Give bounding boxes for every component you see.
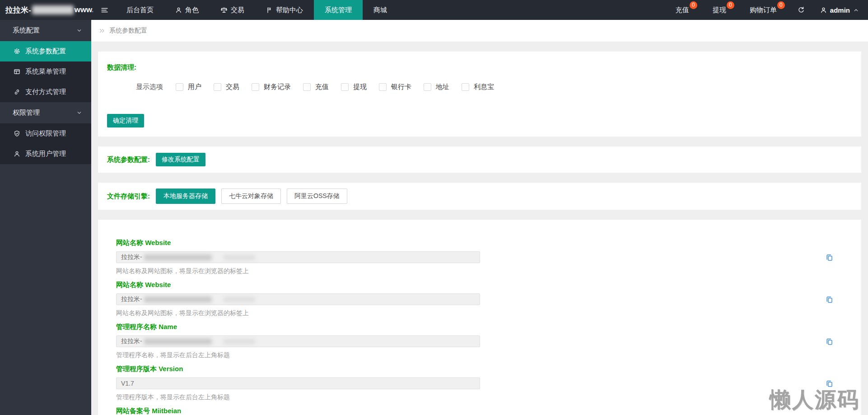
cards-container: 数据清理: 显示选项 用户 交易 (91, 52, 868, 415)
nav-item-label: 商城 (373, 6, 387, 14)
cleanup-option[interactable]: 利息宝 (462, 83, 494, 91)
sidebar: 系统配置 系统参数配置 系统菜单管理 (0, 20, 91, 415)
sidebar-group: 系统配置 系统参数配置 系统菜单管理 (0, 20, 91, 102)
sidebar-item-icon (14, 151, 20, 157)
nav-item[interactable]: 角色 (164, 0, 210, 20)
double-chevron-right-icon (99, 28, 105, 34)
text-input[interactable]: 拉拉米- (116, 335, 480, 347)
shortcut-label: 充值 (676, 6, 689, 14)
cleanup-option[interactable]: 银行卡 (379, 83, 411, 91)
redacted-text (144, 297, 212, 302)
redacted-text (144, 255, 212, 260)
sidebar-item-label: 系统参数配置 (25, 47, 66, 56)
copy-icon[interactable] (826, 380, 833, 387)
checkbox[interactable] (424, 83, 431, 91)
sidebar-item-label: 系统菜单管理 (25, 67, 66, 76)
sidebar-item[interactable]: 支付方式管理 (0, 82, 91, 102)
checkbox-label: 财务记录 (264, 83, 291, 91)
sidebar-item[interactable]: 访问权限管理 (0, 123, 91, 144)
nav-item[interactable]: 帮助中心 (255, 0, 314, 20)
data-clean-card: 数据清理: 显示选项 用户 交易 (98, 52, 861, 137)
sidebar-item-icon (14, 48, 20, 55)
field-label: 管理程序名称 Name (116, 323, 833, 331)
storage-card: 文件存储引擎: 本地服务器存储 七牛云对象存储 阿里云OSS存储 (98, 183, 861, 210)
logo-text-suffix: www... (75, 5, 93, 14)
cleanup-option[interactable]: 提现 (341, 83, 367, 91)
options-label: 显示选项 (136, 83, 163, 91)
field-label: 网站名称 Website (116, 239, 833, 247)
shortcut-item[interactable]: 充值 0 (664, 0, 701, 20)
copy-icon[interactable] (826, 338, 833, 345)
field-row: 拉拉米- (116, 335, 833, 347)
copy-icon[interactable] (826, 296, 833, 303)
confirm-clean-button[interactable]: 确定清理 (107, 114, 144, 127)
user-menu[interactable]: admin (814, 0, 868, 20)
nav-item-label: 帮助中心 (276, 6, 303, 14)
sys-param-card: 系统参数配置: 修改系统配置 (98, 146, 861, 173)
checkbox-label: 利息宝 (474, 83, 494, 91)
text-input[interactable]: V1.7 (116, 377, 480, 389)
form-field: 管理程序版本 Version V1.7 管理程序版本，将显示在后台左上角标题 (116, 365, 833, 401)
sidebar-group-label: 权限管理 (13, 108, 40, 117)
input-value: 拉拉米- (121, 253, 142, 261)
cleanup-option[interactable]: 充值 (303, 83, 329, 91)
text-input[interactable]: 拉拉米- (116, 251, 480, 263)
chevron-up-icon (853, 7, 859, 13)
redacted-text (224, 297, 255, 302)
cleanup-options-row: 显示选项 用户 交易 财务记录 (136, 83, 852, 91)
input-value: 拉拉米- (121, 295, 142, 303)
sidebar-item[interactable]: 系统菜单管理 (0, 61, 91, 82)
checkbox[interactable] (176, 83, 183, 91)
cleanup-option[interactable]: 地址 (424, 83, 449, 91)
nav-item[interactable]: 商城 (363, 0, 398, 20)
nav-item[interactable]: 系统管理 (314, 0, 363, 20)
storage-title: 文件存储引擎: (107, 192, 150, 201)
checkbox-label: 银行卡 (391, 83, 411, 91)
checkbox[interactable] (462, 83, 469, 91)
form-field: 管理程序名称 Name 拉拉米- 管理程序名称，将显示在后台左上角标题 (116, 323, 833, 359)
checkbox[interactable] (379, 83, 387, 91)
cleanup-option[interactable]: 交易 (214, 83, 239, 91)
topbar: 拉拉米- www... 后台首页 角色 交易 (0, 0, 868, 20)
field-row: V1.7 (116, 377, 833, 389)
storage-option-button[interactable]: 阿里云OSS存储 (287, 189, 347, 204)
nav-item[interactable]: 后台首页 (116, 0, 164, 20)
logo-text-prefix: 拉拉米- (5, 5, 31, 15)
checkbox[interactable] (252, 83, 259, 91)
checkbox[interactable] (303, 83, 311, 91)
checkbox[interactable] (214, 83, 221, 91)
nav-item-label: 交易 (231, 6, 244, 14)
nav-item-label: 角色 (185, 6, 199, 14)
input-value: V1.7 (121, 380, 134, 387)
sidebar-item[interactable]: 系统用户管理 (0, 144, 91, 164)
field-label: 管理程序版本 Version (116, 365, 833, 373)
refresh-icon (798, 6, 805, 14)
sidebar-item[interactable]: 系统参数配置 (0, 41, 91, 61)
copy-icon[interactable] (826, 254, 833, 261)
text-input[interactable]: 拉拉米- (116, 293, 480, 305)
shortcut-item[interactable]: 提现 0 (701, 0, 738, 20)
cleanup-option[interactable]: 用户 (176, 83, 201, 91)
field-help: 网站名称及网站图标，将显示在浏览器的标签上 (116, 267, 833, 275)
nav-item-label: 系统管理 (325, 6, 352, 14)
storage-option-button[interactable]: 本地服务器存储 (156, 189, 215, 204)
count-badge: 0 (727, 1, 734, 9)
topbar-right: 充值 0 提现 0 购物订单 0 admin (664, 0, 868, 20)
sidebar-item-label: 支付方式管理 (25, 88, 66, 96)
nav-item[interactable]: 交易 (210, 0, 255, 20)
sidebar-group-items: 系统参数配置 系统菜单管理 支付方式管理 (0, 41, 91, 102)
cleanup-option[interactable]: 财务记录 (252, 83, 291, 91)
settings-form-card: 网站名称 Website 拉拉米- 网站名称及网站图标，将显示在浏览器的标签上 (98, 220, 861, 415)
nav-item-icon (266, 7, 273, 14)
checkbox[interactable] (341, 83, 349, 91)
sidebar-group-header[interactable]: 权限管理 (0, 102, 91, 123)
shortcut-item[interactable]: 购物订单 0 (738, 0, 789, 20)
refresh-button[interactable] (789, 0, 814, 20)
sidebar-group-items: 访问权限管理 系统用户管理 (0, 123, 91, 164)
sidebar-toggle-button[interactable] (93, 0, 116, 20)
storage-option-button[interactable]: 七牛云对象存储 (221, 189, 281, 204)
chevron-down-icon (76, 28, 82, 33)
modify-config-button[interactable]: 修改系统配置 (156, 153, 205, 166)
checkbox-label: 用户 (188, 83, 201, 91)
sidebar-group-header[interactable]: 系统配置 (0, 20, 91, 41)
